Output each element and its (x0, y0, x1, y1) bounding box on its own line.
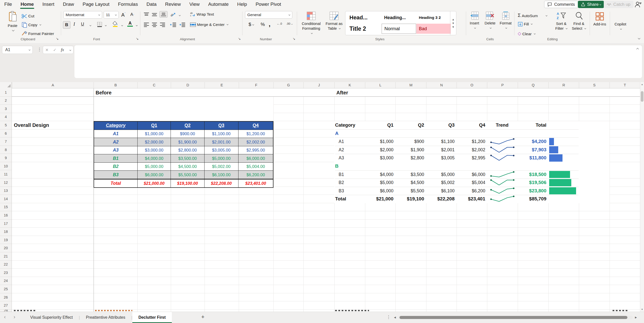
menu-tab-page-layout[interactable]: Page Layout (78, 0, 114, 9)
total-cell[interactable]: $19,506 (529, 178, 546, 187)
after-total-row[interactable]: Total$21,000$19,100$22,208$23,401$85,709 (335, 195, 584, 203)
value-cell[interactable]: $4,000.00 (138, 154, 171, 163)
menu-tab-automate[interactable]: Automate (204, 0, 233, 9)
row-header-9[interactable]: 9 (0, 154, 12, 162)
column-header-L[interactable]: L (365, 82, 395, 88)
row-header-23[interactable]: 23 (0, 269, 12, 277)
after-item-row-b1[interactable]: B1$4,000$3,500$5,000$6,000$18,500 (335, 170, 584, 179)
column-header-M[interactable]: M (395, 82, 426, 88)
style-head-[interactable]: Head... (347, 13, 381, 23)
value-cell[interactable]: $1,000.00 (138, 130, 171, 138)
value-cell[interactable]: $3,005 (441, 154, 455, 162)
value-cell[interactable]: $900.00 (171, 130, 204, 138)
value-cell[interactable]: $1,200.00 (238, 130, 273, 138)
category-cell[interactable]: A2 (339, 146, 344, 154)
orientation-button[interactable]: ab (170, 12, 176, 17)
increase-indent-button[interactable] (179, 22, 186, 27)
increase-decimal-button[interactable]: ←.0 (277, 22, 282, 25)
value-cell[interactable]: Q1 (138, 122, 171, 130)
value-cell[interactable]: $2,995 (472, 154, 485, 162)
horizontal-scroll-thumb[interactable] (399, 316, 627, 319)
value-cell[interactable]: $5,500.00 (171, 171, 204, 179)
formula-input[interactable] (74, 45, 642, 78)
row-header-14[interactable]: 14 (0, 195, 12, 203)
number-format-select[interactable]: General (245, 11, 292, 19)
value-cell[interactable]: $3,005.00 (205, 146, 238, 155)
value-cell[interactable]: $2,995.00 (238, 146, 273, 155)
after-item-row-b2[interactable]: B2$5,000$4,500$5,002$5,004$19,506 (335, 178, 584, 187)
menu-tab-view[interactable]: View (185, 0, 204, 9)
after-item-row-b3[interactable]: B3$6,000$5,500$6,100$6,200$23,800 (335, 187, 584, 195)
column-header-K[interactable]: K (334, 82, 365, 88)
row-header-26[interactable]: 26 (0, 293, 12, 302)
menu-tab-power-pivot[interactable]: Power Pivot (251, 0, 285, 9)
value-cell[interactable]: $5,000 (380, 178, 393, 187)
column-header-O[interactable]: O (457, 82, 487, 88)
delete-cells-button[interactable]: Delete (482, 12, 498, 30)
value-cell[interactable]: $2,001.00 (205, 138, 238, 146)
scroll-down-icon[interactable]: ▼ (640, 308, 644, 311)
value-cell[interactable]: $5,000.00 (138, 163, 171, 171)
copilot-button[interactable]: Copilot (612, 12, 629, 31)
vertical-scrollbar[interactable]: ▲ ▼ (640, 82, 644, 312)
row-header-11[interactable]: 11 (0, 170, 12, 179)
category-cell[interactable]: Total (94, 179, 138, 187)
value-cell[interactable]: $1,100.00 (205, 130, 238, 138)
value-cell[interactable]: $6,100.00 (205, 171, 238, 179)
alignment-dialog-launcher[interactable]: ↘ (238, 37, 241, 41)
align-top-button[interactable] (143, 12, 149, 17)
row-header-1[interactable]: 1 (0, 88, 12, 97)
style-heading-[interactable]: Heading... (382, 13, 416, 23)
column-header-C[interactable]: C (137, 82, 171, 88)
decrease-decimal-button[interactable]: .00→ (286, 22, 293, 25)
sheet-tab-declutter-first[interactable]: Declutter First (132, 312, 172, 323)
value-cell[interactable]: $19,100.00 (171, 179, 204, 187)
value-cell[interactable]: $1,000 (380, 137, 393, 146)
horizontal-scrollbar[interactable] (398, 316, 633, 319)
value-cell[interactable]: $6,200 (472, 187, 485, 195)
value-cell[interactable]: $3,500 (411, 170, 424, 179)
value-cell[interactable]: $1,100 (441, 137, 455, 146)
value-cell[interactable]: $3,000.00 (138, 146, 171, 155)
share-button[interactable]: Share (578, 1, 604, 8)
name-box[interactable]: A1 (2, 46, 33, 54)
column-header-J[interactable]: J (303, 82, 334, 88)
formula-bar-drag-handle[interactable]: ⋮ (37, 47, 42, 52)
category-cell[interactable]: B3 (339, 187, 344, 195)
menu-tab-formulas[interactable]: Formulas (114, 0, 142, 9)
total-cell[interactable]: $23,800 (529, 187, 546, 195)
font-color-button[interactable]: A (127, 21, 133, 27)
format-as-table-button[interactable]: Format as Table (324, 12, 344, 31)
column-header-B[interactable]: B (94, 82, 137, 88)
value-cell[interactable]: $6,100 (441, 187, 455, 195)
row-header-27[interactable]: 27 (0, 301, 12, 310)
column-header-P[interactable]: P (487, 82, 518, 88)
font-name-select[interactable]: Montserrat (63, 11, 102, 19)
menu-tab-data[interactable]: Data (142, 0, 161, 9)
align-middle-button[interactable] (151, 12, 157, 17)
value-cell[interactable]: $5,004.00 (238, 163, 273, 171)
prev-sheet-icon[interactable]: ‹ (4, 314, 6, 320)
row-header-24[interactable]: 24 (0, 277, 12, 285)
decrease-font-button[interactable]: Aˇ (130, 12, 134, 17)
scroll-up-icon[interactable]: ▲ (640, 83, 644, 86)
menu-tab-file[interactable]: File (0, 0, 16, 9)
decrease-indent-button[interactable] (170, 22, 177, 27)
row-header-6[interactable]: 6 (0, 129, 12, 138)
row-header-3[interactable]: 3 (0, 105, 12, 113)
paste-button[interactable]: Paste (4, 11, 22, 33)
category-cell[interactable]: B1 (339, 170, 344, 179)
value-cell[interactable]: Q4 (238, 122, 273, 130)
row-header-15[interactable]: 15 (0, 203, 12, 211)
scroll-right-icon[interactable]: ▶ (635, 316, 637, 319)
row-header-17[interactable]: 17 (0, 220, 12, 228)
font-dialog-launcher[interactable]: ↘ (136, 37, 139, 41)
font-size-select[interactable]: 11 (104, 11, 119, 19)
value-cell[interactable]: $22,208 (437, 195, 455, 203)
align-bottom-button[interactable] (159, 11, 168, 18)
row-header-10[interactable]: 10 (0, 162, 12, 170)
value-cell[interactable]: $2,001 (441, 146, 455, 154)
row-header-19[interactable]: 19 (0, 236, 12, 244)
style-bad[interactable]: Bad (416, 24, 451, 34)
value-cell[interactable]: $5,000.00 (205, 154, 238, 163)
